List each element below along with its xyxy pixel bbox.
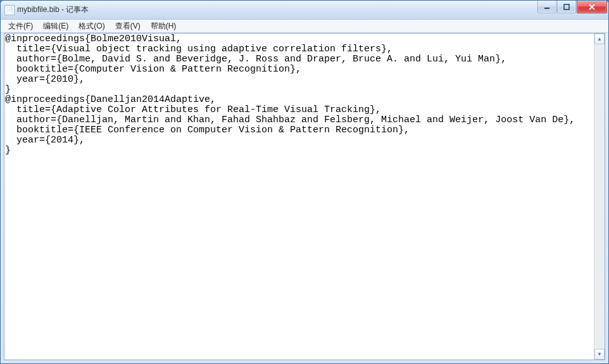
menubar: 文件(F) 编辑(E) 格式(O) 查看(V) 帮助(H) xyxy=(1,20,608,33)
text-editor[interactable]: @inproceedings{Bolme2010Visual, title={V… xyxy=(4,34,594,360)
vertical-scrollbar[interactable]: ▲ ▼ xyxy=(594,34,605,360)
titlebar[interactable]: 📄 mybibfile.bib - 记事本 xyxy=(1,1,608,20)
window-controls xyxy=(537,1,607,15)
menu-file[interactable]: 文件(F) xyxy=(3,20,38,33)
content-area: @inproceedings{Bolme2010Visual, title={V… xyxy=(4,33,605,360)
minimize-icon xyxy=(544,4,550,10)
menu-view[interactable]: 查看(V) xyxy=(110,20,146,33)
close-icon xyxy=(588,4,596,10)
minimize-button[interactable] xyxy=(537,1,556,13)
notepad-window: 📄 mybibfile.bib - 记事本 文件(F) 编辑(E) 格式(O) … xyxy=(0,0,609,364)
maximize-icon xyxy=(563,4,570,10)
window-title: mybibfile.bib - 记事本 xyxy=(17,4,537,15)
chevron-up-icon: ▲ xyxy=(597,36,602,42)
svg-rect-1 xyxy=(564,4,569,9)
scroll-up-button[interactable]: ▲ xyxy=(594,34,605,44)
menu-format[interactable]: 格式(O) xyxy=(73,20,110,33)
scroll-track[interactable] xyxy=(594,44,605,349)
close-button[interactable] xyxy=(577,1,607,13)
maximize-button[interactable] xyxy=(557,1,576,13)
scroll-down-button[interactable]: ▼ xyxy=(594,349,605,360)
chevron-down-icon: ▼ xyxy=(597,351,602,357)
notepad-app-icon: 📄 xyxy=(4,5,15,15)
menu-help[interactable]: 帮助(H) xyxy=(146,20,182,33)
menu-edit[interactable]: 编辑(E) xyxy=(38,20,73,33)
